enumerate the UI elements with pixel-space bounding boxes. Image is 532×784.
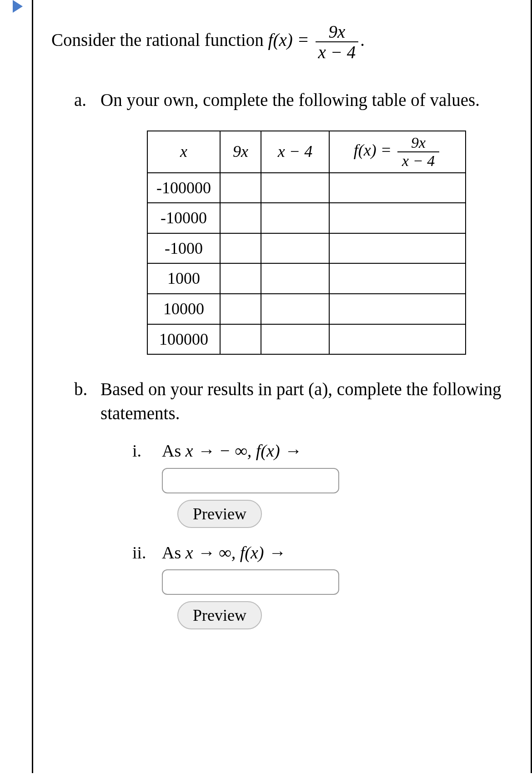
col-x: x [147, 131, 220, 173]
intro-text: Consider the rational function [51, 30, 268, 50]
cell-x: 1000 [147, 263, 220, 294]
cell-x: 10000 [147, 294, 220, 324]
col-fx-den: x − 4 [397, 152, 439, 169]
cell-9x [220, 233, 261, 264]
values-table: x 9x x − 4 f(x) = 9x x − 4 [147, 131, 466, 355]
table-row: 10000 [147, 294, 466, 324]
sub-ii-math: x → ∞, f(x) → [186, 543, 286, 562]
cell-9x [220, 263, 261, 294]
fn-lhs: f(x) = [268, 30, 314, 50]
fn-numerator: 9x [316, 23, 359, 42]
cell-fx [329, 203, 466, 233]
sub-list: i. As x → − ∞, f(x) → Preview ii. As x →… [100, 439, 512, 629]
sub-ii-prefix: As [162, 543, 186, 562]
cell-9x [220, 294, 261, 324]
table-header-row: x 9x x − 4 f(x) = 9x x − 4 [147, 131, 466, 173]
fn-fraction: 9x x − 4 [316, 23, 359, 61]
part-b-marker: b. [74, 377, 87, 402]
col-fx-lhs: f(x) = [354, 141, 396, 159]
part-a-marker: a. [74, 88, 86, 112]
sub-i-prefix: As [162, 441, 186, 460]
cell-xm4 [261, 324, 329, 355]
cell-fx [329, 233, 466, 264]
cell-fx [329, 263, 466, 294]
collapse-arrow-icon[interactable] [13, 0, 23, 13]
table-row: -100000 [147, 173, 466, 203]
col-x-minus-4: x − 4 [261, 131, 329, 173]
cell-9x [220, 173, 261, 203]
cell-xm4 [261, 294, 329, 324]
part-b-text: Based on your results in part (a), compl… [100, 379, 502, 423]
cell-x: -10000 [147, 203, 220, 233]
intro-suffix: . [360, 30, 365, 50]
table-row: 100000 [147, 324, 466, 355]
fn-denominator: x − 4 [316, 42, 359, 61]
col-fx-num: 9x [397, 135, 439, 152]
sub-i: i. As x → − ∞, f(x) → Preview [132, 439, 512, 528]
cell-9x [220, 324, 261, 355]
parts-list: a. On your own, complete the following t… [51, 88, 512, 629]
sub-ii: ii. As x → ∞, f(x) → Preview [132, 541, 512, 629]
sub-i-marker: i. [132, 439, 141, 463]
preview-button-i[interactable]: Preview [177, 500, 262, 528]
cell-x: 100000 [147, 324, 220, 355]
part-b: b. Based on your results in part (a), co… [74, 377, 512, 629]
col-fx: f(x) = 9x x − 4 [329, 131, 466, 173]
problem-intro: Consider the rational function f(x) = 9x… [51, 23, 512, 61]
answer-input-ii[interactable] [162, 569, 339, 595]
cell-fx [329, 173, 466, 203]
part-a-text: On your own, complete the following tabl… [100, 90, 480, 110]
col-9x: 9x [220, 131, 261, 173]
problem-card: Consider the rational function f(x) = 9x… [32, 0, 532, 773]
sub-ii-marker: ii. [132, 541, 146, 565]
preview-button-ii[interactable]: Preview [177, 601, 262, 629]
table-row: -1000 [147, 233, 466, 264]
cell-xm4 [261, 263, 329, 294]
table-row: 1000 [147, 263, 466, 294]
sub-i-math: x → − ∞, f(x) → [186, 441, 301, 460]
cell-x: -1000 [147, 233, 220, 264]
cell-xm4 [261, 203, 329, 233]
cell-fx [329, 324, 466, 355]
table-row: -10000 [147, 203, 466, 233]
answer-input-i[interactable] [162, 468, 339, 493]
part-a: a. On your own, complete the following t… [74, 88, 512, 355]
cell-xm4 [261, 233, 329, 264]
cell-fx [329, 294, 466, 324]
cell-x: -100000 [147, 173, 220, 203]
cell-xm4 [261, 173, 329, 203]
cell-9x [220, 203, 261, 233]
col-fx-frac: 9x x − 4 [397, 135, 439, 169]
